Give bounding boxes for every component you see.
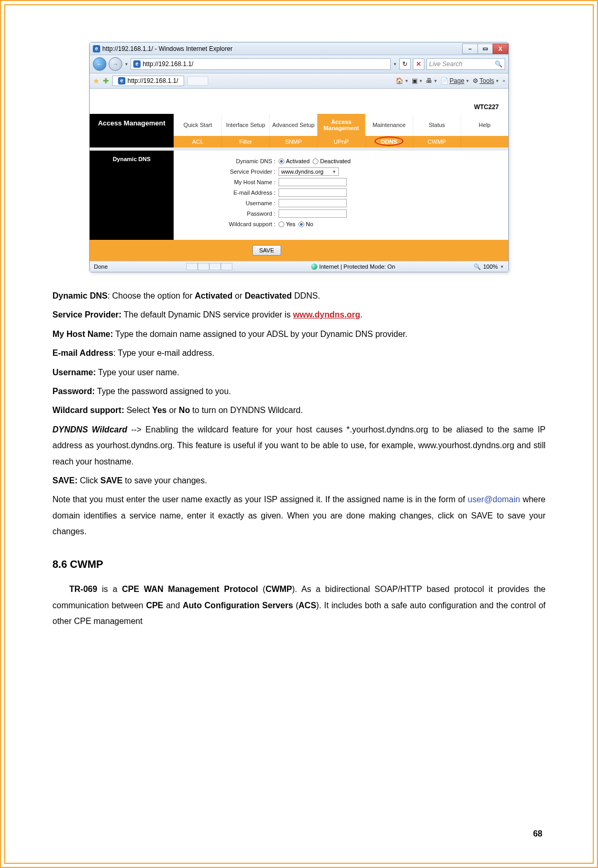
label-username: Username : [179,200,279,206]
page-menu[interactable]: 📄 Page▼ [441,77,469,84]
tools-menu[interactable]: ⚙ Tools▼ [473,77,499,84]
save-bar: SAVE [90,240,508,261]
maximize-button[interactable]: ▭ [477,44,493,54]
input-password[interactable] [279,209,347,218]
feeds-button[interactable]: ▣▼ [412,77,423,84]
panel-heading: Dynamic DNS [90,151,174,240]
subnav-spacer [461,136,508,147]
nav-advanced-setup[interactable]: Advanced Setup [269,114,317,136]
nav-help[interactable]: Help [461,114,508,136]
section-heading-cwmp: 8.6 CWMP [52,554,546,574]
window-title: http://192.168.1.1/ - Windows Internet E… [102,45,232,52]
label-password: Password : [179,210,279,217]
zoom-dropdown-icon[interactable]: ▼ [500,264,504,269]
tab-icon: e [118,77,125,84]
nav-status[interactable]: Status [413,114,461,136]
select-service-provider[interactable]: www.dyndns.org ▼ [279,167,339,176]
input-username[interactable] [279,199,347,207]
refresh-button[interactable]: ↻ [399,58,411,70]
favorites-icon[interactable]: ★ [93,77,100,85]
subnav-filter[interactable]: Filter [221,136,269,147]
url-dropdown-icon[interactable]: ▼ [393,62,397,67]
status-bar: Done Internet | Protected Mode: On 🔍 100… [90,261,508,272]
radio-wildcard-yes[interactable] [279,221,284,227]
radio-wildcard-no[interactable] [298,221,304,227]
page-content: WTC227 Access Management Quick Start Int… [90,89,508,261]
page-icon: e [133,60,141,68]
nav-quick-start[interactable]: Quick Start [174,114,221,136]
close-button[interactable]: X [493,44,508,54]
favorites-bar: ★ ✚ e http://192.168.1.1/ 🏠▼ ▣▼ 🖶▼ 📄 Pag… [90,73,508,89]
history-dropdown-icon[interactable]: ▼ [124,62,129,67]
add-favorites-icon[interactable]: ✚ [103,77,109,85]
label-dynamic-dns: Dynamic DNS : [179,158,279,164]
subnav-acl[interactable]: ACL [174,136,221,147]
link-dyndns[interactable]: www.dyndns.org [293,310,360,319]
label-host-name: My Host Name : [179,179,279,185]
ie-icon: e [93,45,100,52]
section-title: Access Management [90,114,174,147]
overflow-icon[interactable]: » [503,78,505,83]
back-button[interactable]: ← [93,57,106,71]
zoom-level: 100% [483,263,498,270]
save-button[interactable]: SAVE [252,245,281,256]
search-placeholder: Live Search [429,60,462,68]
subnav-cwmp[interactable]: CWMP [413,136,461,147]
device-model: WTC227 [474,103,499,111]
subnav-ddns[interactable]: DDNS [365,136,413,147]
stop-button[interactable]: ✕ [413,58,424,70]
status-done: Done [94,263,108,270]
browser-tab[interactable]: e http://192.168.1.1/ [112,76,184,86]
search-box[interactable]: Live Search 🔍 [426,58,505,70]
url-text: http://192.168.1.1/ [143,60,194,68]
chevron-down-icon: ▼ [332,170,336,174]
status-mode: Internet | Protected Mode: On [319,263,396,270]
subnav-snmp[interactable]: SNMP [269,136,317,147]
zoom-icon[interactable]: 🔍 [474,263,481,270]
label-wildcard: Wildcard support : [179,221,279,227]
browser-window: e http://192.168.1.1/ - Windows Internet… [89,42,509,272]
example-user-domain: user@domain [468,495,520,504]
radio-activated[interactable] [279,158,284,164]
new-tab-button[interactable] [187,76,208,86]
highlight-circle [375,136,403,146]
nav-interface-setup[interactable]: Interface Setup [221,114,269,136]
globe-icon [311,263,317,270]
input-email[interactable] [279,188,347,197]
title-bar: e http://192.168.1.1/ - Windows Internet… [90,43,508,55]
nav-access-management[interactable]: Access Management [317,114,365,136]
radio-deactivated[interactable] [313,158,318,164]
minimize-button[interactable]: – [462,44,478,54]
search-icon[interactable]: 🔍 [495,60,503,68]
label-email: E-mail Address : [179,189,279,196]
home-button[interactable]: 🏠▼ [396,77,409,84]
forward-button[interactable]: → [109,57,122,71]
page-number: 68 [533,829,542,839]
url-input[interactable]: e http://192.168.1.1/ [131,58,391,70]
input-host-name[interactable] [279,178,347,186]
nav-maintenance[interactable]: Maintenance [365,114,413,136]
print-button[interactable]: 🖶▼ [426,77,437,84]
tab-title: http://192.168.1.1/ [127,77,178,84]
label-service-provider: Service Provider : [179,168,279,175]
document-text: Dynamic DNS: Choose the option for Activ… [52,288,546,630]
subnav-upnp[interactable]: UPnP [317,136,365,147]
address-bar: ← → ▼ e http://192.168.1.1/ ▼ ↻ ✕ Live S… [90,55,508,73]
